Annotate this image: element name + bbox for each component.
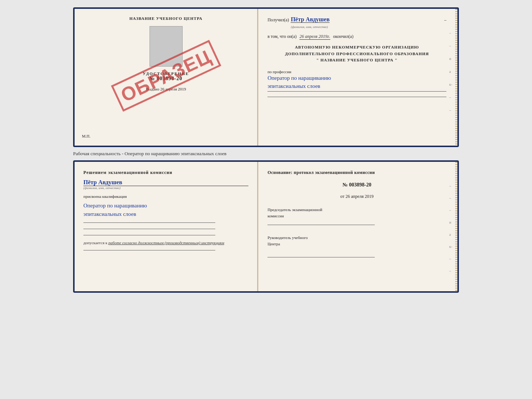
certificate-container: НАЗВАНИЕ УЧЕБНОГО ЦЕНТРА УДОСТОВЕРЕНИЕ №… bbox=[7, 7, 525, 293]
cert-number-block: УДОСТОВЕРЕНИЕ № 003898-20 bbox=[143, 71, 189, 82]
recipient-name: Пётр Авдушев bbox=[291, 16, 330, 23]
head-line1: Руководитель учебного bbox=[267, 235, 308, 240]
org-line2: ДОПОЛНИТЕЛЬНОГО ПРОФЕССИОНАЛЬНОГО ОБРАЗО… bbox=[267, 51, 446, 57]
completed-date: 26 апреля 2019г. bbox=[299, 34, 330, 40]
qual-line1: Оператор по наращиванию bbox=[83, 203, 147, 209]
sign-line-4 bbox=[83, 250, 215, 250]
profession-block: по профессии Оператор по наращиванию эпи… bbox=[267, 70, 446, 97]
chairman-sign-line bbox=[267, 225, 375, 225]
sign-line-2 bbox=[83, 229, 215, 229]
recipient-line: Получил(а) Пётр Авдушев (фамилия, имя, о… bbox=[267, 16, 446, 29]
bottom-right-page: Основание: протокол экзаменационной коми… bbox=[258, 162, 457, 291]
profession-text: Оператор по наращиванию эпитаксиальных с… bbox=[267, 74, 446, 90]
completed-prefix: в том, что он(а) bbox=[267, 34, 296, 39]
bottom-person-name: Пётр Авдушев bbox=[83, 179, 248, 186]
chairman-line1: Председатель экзаменационной bbox=[267, 207, 322, 212]
recipient-prefix: Получил(а) bbox=[267, 17, 289, 23]
profession-label: по профессии bbox=[267, 70, 446, 74]
protocol-date-prefix: от bbox=[340, 194, 344, 199]
diploma-bottom: Решением экзаменационной комиссии Пётр А… bbox=[73, 160, 459, 293]
diploma-top: НАЗВАНИЕ УЧЕБНОГО ЦЕНТРА УДОСТОВЕРЕНИЕ №… bbox=[73, 7, 459, 147]
head-sign-line bbox=[267, 257, 375, 257]
cert-label: УДОСТОВЕРЕНИЕ bbox=[143, 71, 189, 76]
diploma-left-page: НАЗВАНИЕ УЧЕБНОГО ЦЕНТРА УДОСТОВЕРЕНИЕ №… bbox=[75, 9, 258, 146]
profession-underline bbox=[267, 91, 446, 92]
bottom-person-subtitle: (фамилия, имя, отчество) bbox=[83, 186, 248, 190]
mp-label: М.П. bbox=[82, 134, 90, 138]
admission-prefix: допускается к bbox=[83, 241, 107, 245]
bottom-person-block: Пётр Авдушев (фамилия, имя, отчество) bbox=[83, 178, 248, 190]
middle-specialty-text: Рабочая специальность - Оператор по нара… bbox=[73, 151, 459, 157]
issued-prefix: Выдано bbox=[146, 87, 159, 91]
head-block: Руководитель учебного Центра bbox=[267, 235, 446, 247]
diploma-right-page: Получил(а) Пётр Авдушев (фамилия, имя, о… bbox=[258, 9, 457, 146]
profession-line1: Оператор по наращиванию bbox=[267, 75, 331, 81]
org-block: АВТОНОМНУЮ НЕКОММЕРЧЕСКУЮ ОРГАНИЗАЦИЮ ДО… bbox=[267, 44, 446, 64]
sign-line-1 bbox=[83, 222, 215, 223]
cert-number: № 003898-20 bbox=[143, 76, 189, 82]
chairman-line2: комиссии bbox=[267, 214, 284, 218]
chairman-label: Председатель экзаменационной комиссии bbox=[267, 207, 446, 219]
protocol-date-value: 26 апреля 2019 bbox=[345, 194, 373, 199]
org-line1: АВТОНОМНУЮ НЕКОММЕРЧЕСКУЮ ОРГАНИЗАЦИЮ bbox=[267, 44, 446, 51]
profession-line2: эпитаксиальных слоев bbox=[267, 83, 320, 89]
profession-underline2 bbox=[267, 97, 446, 97]
dash: – bbox=[444, 17, 446, 23]
completed-line: в том, что он(а) 26 апреля 2019г. окончи… bbox=[267, 34, 446, 40]
protocol-number: № 003898-20 bbox=[267, 182, 446, 188]
photo-placeholder bbox=[150, 26, 183, 67]
qualification-text: Оператор по наращиванию эпитаксиальных с… bbox=[83, 202, 248, 218]
assigned-label: присвоена квалификация bbox=[83, 194, 248, 199]
qual-line2: эпитаксиальных слоев bbox=[83, 211, 136, 217]
protocol-date: от 26 апреля 2019 bbox=[267, 194, 446, 199]
issued-date-value: 26 апреля 2019 bbox=[160, 87, 186, 91]
sign-line-3 bbox=[83, 235, 215, 235]
admission-text: допускается к работе согласно должностны… bbox=[83, 241, 248, 245]
basis-label: Основание: протокол экзаменационной коми… bbox=[267, 170, 446, 175]
admission-italic: работе согласно должностным (производств… bbox=[108, 241, 224, 245]
bottom-left-page: Решением экзаменационной комиссии Пётр А… bbox=[75, 162, 258, 291]
diploma-school-name: НАЗВАНИЕ УЧЕБНОГО ЦЕНТРА bbox=[129, 16, 202, 21]
org-line3: " НАЗВАНИЕ УЧЕБНОГО ЦЕНТРА " bbox=[267, 57, 446, 64]
side-marks-bottom: – – – и а к- – – bbox=[449, 184, 452, 273]
recipient-subtitle: (фамилия, имя, отчество) bbox=[291, 25, 328, 29]
chairman-block: Председатель экзаменационной комиссии bbox=[267, 207, 446, 225]
commission-title: Решением экзаменационной комиссии bbox=[83, 170, 248, 175]
side-marks: – – и а к- – – bbox=[449, 31, 452, 112]
completed-suffix: окончил(а) bbox=[333, 34, 353, 39]
issued-date: Выдано 26 апреля 2019 bbox=[146, 87, 186, 91]
head-line2: Центра bbox=[267, 242, 280, 246]
